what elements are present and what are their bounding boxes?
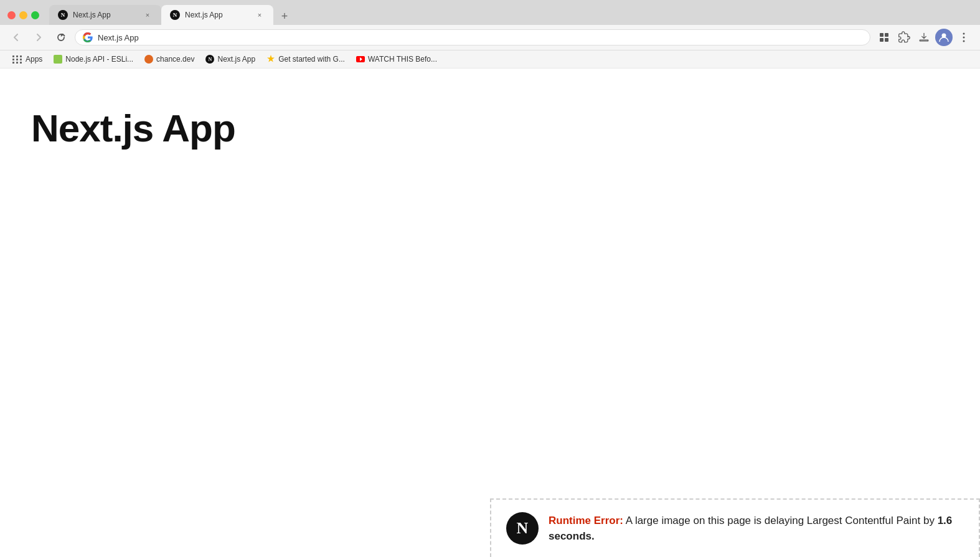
- bookmark-nextjs[interactable]: N Next.js App: [200, 53, 260, 65]
- bookmark-youtube[interactable]: WATCH THIS Befo...: [351, 53, 442, 65]
- puzzle-extension-button[interactable]: [895, 29, 913, 46]
- error-label: Runtime Error:: [549, 515, 623, 526]
- tabs-container: N Next.js App × N Next.js App × +: [49, 5, 973, 25]
- svg-point-5: [963, 33, 965, 35]
- getstarted-favicon: [266, 55, 275, 64]
- bookmark-nodejs[interactable]: Node.js API - ESLi...: [49, 53, 138, 65]
- tab-title-2: Next.js App: [185, 11, 250, 19]
- tab-close-button-1[interactable]: ×: [143, 10, 153, 20]
- close-window-button[interactable]: [7, 11, 16, 19]
- minimize-window-button[interactable]: [19, 11, 27, 19]
- bookmarks-bar: Apps Node.js API - ESLi... chance.dev N …: [0, 50, 980, 69]
- svg-rect-1: [885, 33, 888, 37]
- more-menu-button[interactable]: [955, 29, 973, 46]
- address-bar[interactable]: Next.js App: [75, 29, 870, 45]
- apps-grid-icon: [12, 55, 22, 64]
- tab-favicon-1: N: [58, 10, 68, 20]
- nextjs-favicon-bm: N: [205, 55, 214, 64]
- refresh-button[interactable]: [52, 29, 70, 46]
- title-bar: N Next.js App × N Next.js App × +: [0, 0, 980, 25]
- google-icon: [83, 32, 93, 42]
- nextjs-error-logo: N: [506, 512, 539, 545]
- svg-point-7: [963, 40, 965, 42]
- page-heading: Next.js App: [31, 106, 235, 150]
- new-tab-button[interactable]: +: [276, 7, 293, 25]
- error-message-before-bold: A large image on this page is delaying L…: [623, 515, 938, 526]
- svg-rect-2: [880, 38, 883, 42]
- svg-marker-8: [360, 57, 362, 61]
- back-button[interactable]: [7, 29, 25, 46]
- bookmark-chancedev[interactable]: chance.dev: [139, 53, 199, 65]
- extensions-button[interactable]: [875, 29, 893, 46]
- bookmark-title-chancedev: chance.dev: [156, 55, 194, 64]
- address-url: Next.js App: [98, 33, 862, 42]
- profile-button[interactable]: [935, 29, 953, 46]
- tab-close-button-2[interactable]: ×: [255, 10, 265, 20]
- chancedev-favicon: [144, 55, 153, 64]
- forward-button[interactable]: [30, 29, 47, 46]
- apps-bookmark-item[interactable]: Apps: [7, 53, 47, 65]
- toolbar-right: [875, 29, 973, 46]
- window-controls: [7, 11, 39, 19]
- browser-window: N Next.js App × N Next.js App × +: [0, 0, 980, 557]
- browser-tab-2[interactable]: N Next.js App ×: [161, 5, 273, 25]
- maximize-window-button[interactable]: [31, 11, 39, 19]
- svg-rect-3: [885, 38, 888, 42]
- nextjs-error-logo-letter: N: [517, 519, 529, 538]
- youtube-favicon: [356, 56, 365, 62]
- bookmark-title-getstarted: Get started with G...: [278, 55, 345, 64]
- bookmark-title-nextjs: Next.js App: [217, 55, 255, 64]
- error-message: Runtime Error: A large image on this pag…: [549, 513, 964, 545]
- bookmark-title-youtube: WATCH THIS Befo...: [368, 55, 437, 64]
- bookmark-title-nodejs: Node.js API - ESLi...: [65, 55, 133, 64]
- error-overlay: N Runtime Error: A large image on this p…: [490, 498, 980, 557]
- apps-label: Apps: [26, 55, 42, 64]
- bookmark-getstarted[interactable]: Get started with G...: [261, 53, 350, 65]
- svg-rect-0: [880, 33, 883, 37]
- tab-title-1: Next.js App: [73, 11, 138, 19]
- browser-tab-1[interactable]: N Next.js App ×: [49, 5, 161, 25]
- toolbar: Next.js App: [0, 25, 980, 50]
- tab-favicon-2: N: [170, 10, 180, 20]
- svg-point-6: [963, 37, 965, 39]
- downloads-button[interactable]: [915, 29, 933, 46]
- nodejs-favicon: [54, 55, 62, 64]
- page-content: Next.js App N Runtime Error: A large ima…: [0, 69, 980, 557]
